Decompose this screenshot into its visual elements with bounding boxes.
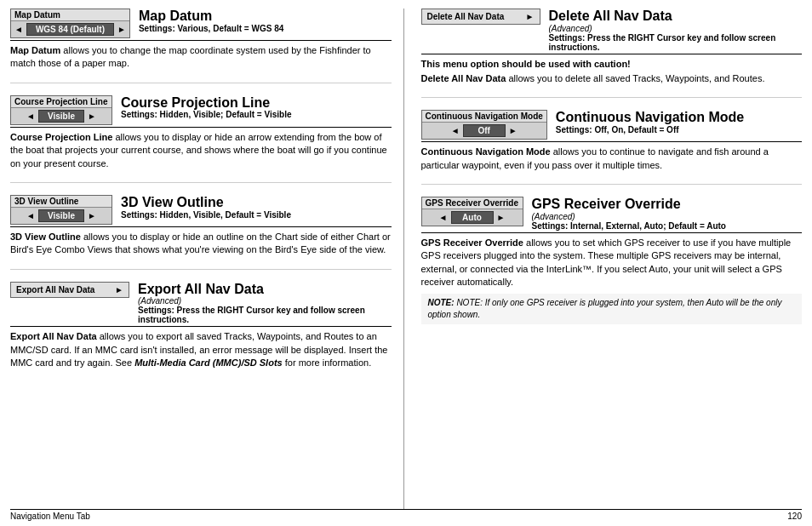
map-datum-control[interactable]: ◄ WGS 84 (Default) ► bbox=[11, 21, 129, 37]
course-projection-body: Course Projection Line allows you to dis… bbox=[10, 131, 392, 170]
map-datum-header: Map Datum ◄ WGS 84 (Default) ► Map Datum… bbox=[10, 9, 392, 41]
delete-nav-advanced: (Advanced) bbox=[549, 24, 803, 33]
course-projection-control[interactable]: ◄ Visible ► bbox=[11, 108, 112, 124]
gps-override-widget[interactable]: GPS Receiver Override ◄ Auto ► bbox=[421, 197, 523, 226]
right-column: Delete All Nav Data ► Delete All Nav Dat… bbox=[418, 9, 803, 509]
gps-override-advanced: (Advanced) bbox=[532, 212, 803, 221]
3d-view-settings: Settings: Hidden, Visible, Default = Vis… bbox=[121, 210, 392, 220]
left-arrow-course[interactable]: ◄ bbox=[26, 111, 35, 121]
left-arrow-map-datum[interactable]: ◄ bbox=[14, 25, 23, 34]
note-label: NOTE: bbox=[428, 298, 455, 307]
course-projection-title: Course Projection Line bbox=[121, 95, 392, 111]
gps-override-widget-title: GPS Receiver Override bbox=[422, 197, 523, 209]
3d-view-control[interactable]: ◄ Visible ► bbox=[11, 208, 112, 224]
3d-view-body: 3D View Outline allows you to display or… bbox=[10, 231, 392, 257]
course-projection-settings: Settings: Hidden, Visible; Default = Vis… bbox=[121, 110, 392, 119]
export-nav-title: Export All Nav Data bbox=[138, 282, 392, 297]
right-arrow-delete[interactable]: ► bbox=[526, 12, 535, 21]
delete-nav-section: Delete All Nav Data ► Delete All Nav Dat… bbox=[421, 9, 803, 85]
gps-override-control[interactable]: ◄ Auto ► bbox=[422, 209, 523, 226]
delete-nav-widget-title: Delete All Nav Data bbox=[427, 12, 505, 21]
gps-override-note: NOTE: NOTE: If only one GPS receiver is … bbox=[421, 294, 803, 324]
3d-view-section: 3D View Outline ◄ Visible ► 3D View Outl… bbox=[10, 195, 392, 257]
left-arrow-cont[interactable]: ◄ bbox=[451, 126, 460, 135]
map-datum-widget[interactable]: Map Datum ◄ WGS 84 (Default) ► bbox=[10, 9, 130, 38]
map-datum-settings: Settings: Various, Default = WGS 84 bbox=[139, 24, 392, 33]
left-arrow-3d[interactable]: ◄ bbox=[26, 211, 35, 220]
gps-override-bold: GPS Receiver Override bbox=[421, 237, 523, 248]
continuous-nav-widget-title: Continuous Navigation Mode bbox=[422, 111, 546, 123]
right-arrow-cont[interactable]: ► bbox=[509, 126, 518, 135]
right-arrow-gps[interactable]: ► bbox=[497, 213, 506, 222]
3d-view-widget[interactable]: 3D View Outline ◄ Visible ► bbox=[10, 195, 112, 225]
continuous-nav-bold: Continuous Navigation Mode bbox=[421, 146, 551, 157]
export-nav-widget[interactable]: Export All Nav Data ► bbox=[10, 282, 129, 298]
map-datum-body: Map Datum allows you to change the map c… bbox=[10, 44, 392, 71]
map-datum-bold: Map Datum bbox=[10, 45, 60, 55]
continuous-nav-value: Off bbox=[463, 124, 506, 137]
gps-override-header: GPS Receiver Override ◄ Auto ► GPS Recei… bbox=[421, 197, 803, 233]
delete-nav-title-area: Delete All Nav Data (Advanced) Settings:… bbox=[549, 9, 803, 52]
note-text: NOTE: If only one GPS receiver is plugge… bbox=[428, 298, 782, 319]
continuous-nav-settings: Settings: Off, On, Default = Off bbox=[556, 125, 802, 134]
export-nav-bold: Export All Nav Data bbox=[10, 331, 97, 341]
continuous-nav-body: Continuous Navigation Mode allows you to… bbox=[421, 146, 803, 172]
divider-3 bbox=[10, 269, 392, 270]
course-projection-header: Course Projection Line ◄ Visible ► Cours… bbox=[10, 95, 392, 128]
right-arrow-map-datum[interactable]: ► bbox=[117, 25, 126, 34]
mmc-link: Multi-Media Card (MMC)/SD Slots bbox=[134, 357, 283, 368]
export-nav-body: Export All Nav Data allows you to export… bbox=[10, 330, 392, 369]
divider-4 bbox=[421, 97, 803, 98]
gps-override-section: GPS Receiver Override ◄ Auto ► GPS Recei… bbox=[421, 197, 803, 324]
continuous-nav-title: Continuous Navigation Mode bbox=[556, 110, 802, 125]
delete-nav-caution: This menu option should be used with cau… bbox=[421, 58, 803, 71]
map-datum-value: WGS 84 (Default) bbox=[26, 23, 114, 36]
course-projection-value: Visible bbox=[38, 110, 84, 123]
page: Map Datum ◄ WGS 84 (Default) ► Map Datum… bbox=[0, 0, 812, 526]
course-projection-bold: Course Projection Line bbox=[10, 132, 112, 142]
caution-text: This menu option should be used with cau… bbox=[421, 59, 631, 69]
export-nav-section: Export All Nav Data ► Export All Nav Dat… bbox=[10, 282, 392, 370]
3d-view-bold: 3D View Outline bbox=[10, 232, 81, 242]
continuous-nav-header: Continuous Navigation Mode ◄ Off ► Conti… bbox=[421, 110, 803, 142]
footer-left: Navigation Menu Tab bbox=[10, 512, 90, 521]
continuous-nav-control[interactable]: ◄ Off ► bbox=[422, 123, 546, 139]
divider-1 bbox=[10, 83, 392, 83]
continuous-nav-section: Continuous Navigation Mode ◄ Off ► Conti… bbox=[421, 110, 803, 172]
divider-2 bbox=[10, 182, 392, 183]
course-projection-widget[interactable]: Course Projection Line ◄ Visible ► bbox=[10, 95, 112, 125]
gps-override-value: Auto bbox=[451, 211, 494, 224]
left-arrow-gps[interactable]: ◄ bbox=[439, 213, 448, 222]
3d-view-value: Visible bbox=[38, 209, 84, 222]
export-nav-settings: Settings: Press the RIGHT Cursor key and… bbox=[138, 306, 392, 324]
gps-override-body: GPS Receiver Override allows you to set … bbox=[421, 237, 803, 289]
delete-nav-widget[interactable]: Delete All Nav Data ► bbox=[421, 9, 540, 25]
gps-override-title: GPS Receiver Override bbox=[532, 197, 803, 212]
map-datum-title-area: Map Datum Settings: Various, Default = W… bbox=[139, 9, 392, 33]
delete-nav-bold: Delete All Nav Data bbox=[421, 73, 506, 83]
3d-view-widget-title: 3D View Outline bbox=[11, 196, 112, 208]
right-arrow-3d[interactable]: ► bbox=[88, 211, 96, 220]
map-datum-widget-title: Map Datum bbox=[11, 9, 129, 21]
right-arrow-course[interactable]: ► bbox=[88, 111, 96, 121]
map-datum-title: Map Datum bbox=[139, 9, 392, 24]
export-nav-advanced: (Advanced) bbox=[138, 296, 392, 306]
gps-override-title-area: GPS Receiver Override (Advanced) Setting… bbox=[532, 197, 803, 231]
course-projection-section: Course Projection Line ◄ Visible ► Cours… bbox=[10, 95, 392, 170]
continuous-nav-title-area: Continuous Navigation Mode Settings: Off… bbox=[556, 110, 802, 134]
page-footer: Navigation Menu Tab 120 bbox=[10, 509, 802, 521]
export-nav-title-area: Export All Nav Data (Advanced) Settings:… bbox=[138, 282, 392, 325]
3d-view-title: 3D View Outline bbox=[121, 195, 392, 210]
export-nav-header: Export All Nav Data ► Export All Nav Dat… bbox=[10, 282, 392, 328]
continuous-nav-widget[interactable]: Continuous Navigation Mode ◄ Off ► bbox=[421, 110, 547, 140]
left-column: Map Datum ◄ WGS 84 (Default) ► Map Datum… bbox=[10, 9, 404, 509]
divider-5 bbox=[421, 184, 803, 185]
export-nav-widget-title: Export All Nav Data bbox=[16, 285, 94, 294]
course-projection-title-area: Course Projection Line Settings: Hidden,… bbox=[121, 95, 392, 120]
3d-view-header: 3D View Outline ◄ Visible ► 3D View Outl… bbox=[10, 195, 392, 227]
gps-override-settings: Settings: Internal, External, Auto; Defa… bbox=[532, 221, 803, 231]
course-projection-widget-title: Course Projection Line bbox=[11, 96, 112, 108]
footer-page: 120 bbox=[787, 512, 802, 521]
delete-nav-body: Delete All Nav Data allows you to delete… bbox=[421, 72, 803, 85]
right-arrow-export[interactable]: ► bbox=[115, 285, 123, 294]
